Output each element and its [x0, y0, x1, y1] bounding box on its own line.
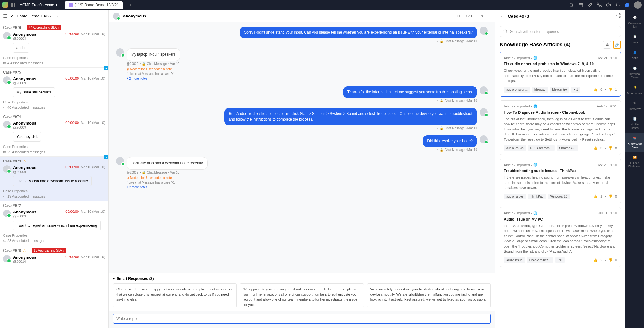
avatar: [3, 255, 11, 262]
rail-item-historical-cases[interactable]: 🕑Historical Cases: [625, 63, 644, 82]
kb-tag[interactable]: Chrome OS: [557, 145, 578, 151]
thumbs-up-icon[interactable]: 👍: [593, 258, 598, 262]
back-arrow-icon[interactable]: ←: [500, 13, 505, 19]
rail-item-profile[interactable]: 👤Profile: [625, 47, 644, 62]
case-date: Mar 10 (Mar 10): [81, 165, 105, 169]
case-list-item[interactable]: ◂Case #975Anonymous@2000900:00:00Mar 10 …: [0, 68, 108, 112]
tab-label: (119) Board Demo 10/3/21: [75, 3, 119, 7]
rail-icon: 📋: [632, 34, 637, 40]
thumbs-up-icon[interactable]: 👍: [593, 194, 598, 198]
kb-article-card[interactable]: Article • Imported • 🌐Dec 29, 2020Troubl…: [500, 159, 621, 203]
moderation-note: ⊘ Moderation User added a note:: [127, 176, 173, 180]
more-icon[interactable]: ⋯: [100, 13, 105, 19]
chevron-down-icon[interactable]: ▾: [56, 14, 58, 18]
rail-item-case[interactable]: 📋Case: [625, 32, 644, 47]
collapse-tab-icon[interactable]: ◂: [104, 66, 108, 70]
elapsed-timer: 00:09:29: [457, 14, 472, 18]
avatar: [3, 76, 11, 84]
thumbs-down-icon[interactable]: 👎: [608, 258, 613, 262]
kb-tag[interactable]: Audio issue: [504, 257, 525, 263]
kb-tag[interactable]: + 1: [571, 87, 580, 93]
workspace-selector[interactable]: ACME Prod0 - Acme ▾: [17, 2, 60, 8]
case-list-panel: ☰ ✓ Board Demo 10/3/21 ▾ ⋯ Case #97677 A…: [0, 10, 109, 328]
share-icon[interactable]: [616, 13, 621, 19]
thumbs-up-icon[interactable]: 👍: [593, 88, 598, 92]
smart-response-card[interactable]: We completely understand your frustratio…: [367, 283, 491, 308]
thumbs-down-icon[interactable]: 👎: [608, 88, 613, 92]
article-date: Dec 21, 2020: [597, 56, 617, 60]
rail-item-similar-cases[interactable]: 📑Similar Cases: [625, 114, 644, 132]
thumbs-up-icon[interactable]: 👍: [593, 146, 598, 150]
rail-item-guided-workflows[interactable]: 🔀Guided Workflows: [625, 152, 644, 171]
kb-tag[interactable]: audio or soun...: [504, 87, 530, 93]
message-preview: I want to report an issue which I am exp…: [13, 221, 101, 230]
calendar-icon[interactable]: [578, 2, 583, 7]
case-list-item[interactable]: Case #970 ⚠13 Approaching SLA ↓Anonymous…: [0, 245, 108, 266]
upvote-count: 1: [600, 194, 602, 198]
message-handle: @20009: [127, 171, 138, 174]
case-list-item[interactable]: Case #97677 Approaching SLA ↑Anonymous@2…: [0, 22, 108, 68]
more-notes-link[interactable]: + 2 more notes: [127, 77, 147, 80]
case-timer: 00:00:00: [65, 210, 79, 213]
thumbs-down-icon[interactable]: 👎: [608, 146, 613, 150]
rail-icon: ✨: [632, 85, 637, 90]
kb-article-card[interactable]: Article • Imported • 🌐Feb 19, 2021How To…: [500, 100, 621, 155]
kb-article-card[interactable]: Article • Imported • 🌐Jul 11, 2020Audio …: [500, 207, 621, 267]
kb-swap-button[interactable]: ⇄: [603, 41, 611, 49]
apps-grid-icon[interactable]: [11, 3, 15, 7]
lock-icon: 🔒: [142, 171, 145, 174]
add-tab-button[interactable]: +: [127, 2, 134, 8]
smart-response-card[interactable]: Glad to see that you're happy. Let us kn…: [113, 283, 237, 308]
message-avatar: [480, 135, 488, 144]
app-logo: [2, 2, 8, 8]
smart-response-card[interactable]: We appreciate you reaching out about thi…: [240, 283, 364, 308]
hamburger-icon[interactable]: ☰: [3, 13, 7, 19]
search-icon[interactable]: [569, 2, 574, 7]
reply-input[interactable]: [113, 314, 491, 324]
active-tab[interactable]: (119) Board Demo 10/3/21: [65, 1, 123, 9]
kb-tag[interactable]: Windows 10: [548, 194, 570, 199]
thumbs-down-icon[interactable]: 👎: [608, 194, 613, 198]
kb-tag[interactable]: N21 Chromeb...: [528, 145, 555, 151]
kb-search-input[interactable]: Search with customer queries: [500, 26, 621, 37]
kb-tag[interactable]: Unable to hea...: [527, 257, 554, 263]
more-notes-link[interactable]: + 2 more notes: [127, 185, 147, 189]
kb-tag[interactable]: audio issues: [504, 145, 526, 151]
rail-item-conversa-tion[interactable]: 💬Conversa-tion: [625, 12, 644, 31]
case-list-item[interactable]: Case #974Anonymous@2000900:00:00Mar 10 (…: [0, 112, 108, 157]
article-description: Check whether the audio device has been …: [504, 68, 617, 84]
case-date: Mar 10 (Mar 10): [81, 32, 105, 36]
article-meta: Article • Imported • 🌐: [504, 104, 538, 108]
message-preview: My issue still persists: [13, 87, 55, 97]
help-icon[interactable]: [606, 2, 611, 7]
smart-responses-toggle[interactable]: ▾ Smart Responses (3): [113, 276, 491, 281]
bell-icon[interactable]: [615, 2, 620, 7]
phone-icon[interactable]: [597, 2, 602, 7]
more-icon[interactable]: ⋯: [487, 14, 491, 18]
case-list-item[interactable]: Case #972Anonymous@2000900:00:00Mar 10 (…: [0, 201, 108, 245]
case-list-item[interactable]: ◂Case #973 ⚠Anonymous@2000900:00:00Mar 1…: [0, 157, 108, 201]
kb-tag[interactable]: audio issues: [504, 194, 526, 199]
collapse-tab-icon[interactable]: ◂: [104, 155, 108, 159]
globe-icon: 🌐: [533, 104, 538, 108]
rail-item-knowledge-base[interactable]: 📚Knowledge Base: [625, 133, 644, 152]
message-preview: audio: [13, 43, 29, 53]
user-avatar[interactable]: [634, 1, 642, 9]
article-description: Log out of the Chromebook, then log in a…: [504, 116, 617, 142]
case-note: Live chat Message has a case V1: [128, 181, 175, 184]
edit-icon[interactable]: [588, 2, 593, 7]
kb-tag[interactable]: ideacentre: [550, 87, 570, 93]
kb-tag[interactable]: ideapad: [532, 87, 548, 93]
kb-tag[interactable]: PC: [555, 257, 565, 263]
case-date: Mar 10 (Mar 10): [81, 76, 105, 80]
kb-tag[interactable]: ThinkPad: [528, 194, 546, 199]
associated-messages: ▭ 29 Associated messages: [3, 150, 105, 154]
refresh-icon[interactable]: ↻: [480, 14, 483, 18]
chat-icon[interactable]: [625, 2, 630, 7]
kb-link-button[interactable]: 🔗: [613, 41, 621, 49]
rail-item-smart-assist[interactable]: ✨Smart Assist: [625, 82, 644, 98]
kb-article-card[interactable]: Article • Imported • 🌐Dec 21, 2020Fix au…: [500, 52, 621, 97]
rail-icon: 👤: [632, 50, 637, 55]
rail-item-overview[interactable]: 👁Overview: [625, 98, 644, 113]
checkbox-icon[interactable]: ✓: [10, 14, 14, 18]
